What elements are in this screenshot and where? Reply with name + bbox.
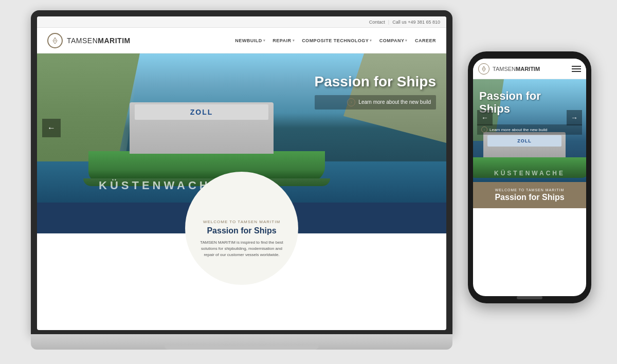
nav-label-newbuild: NEWBUILD	[235, 38, 262, 43]
phone-number: Call us +49 381 65 810	[392, 20, 440, 25]
phone-screen: TAMSENMARITIM	[473, 59, 586, 296]
logo-part1: TAMSEN	[67, 37, 98, 45]
nav-label-composite: COMPOSITE TECHNOLOGY	[302, 38, 369, 43]
phone-logo-part1: TAMSEN	[493, 66, 516, 72]
phone-nav-arrows: ← →	[473, 110, 586, 125]
chevron-icon: ▾	[263, 39, 266, 43]
hamburger-menu[interactable]	[572, 66, 581, 72]
phone-logo-part2: MARITIM	[516, 66, 540, 72]
phone-hero-line1: Passion for	[479, 89, 541, 102]
phone-cta-icon: ›	[481, 126, 487, 133]
phone-device: TAMSENMARITIM	[468, 51, 591, 303]
scene: Contact | Call us +49 381 65 810	[0, 0, 617, 364]
laptop-screen: Contact | Call us +49 381 65 810	[37, 16, 446, 330]
laptop-device: Contact | Call us +49 381 65 810	[31, 10, 452, 350]
logo-area: TAMSENMARITIM	[47, 33, 131, 48]
cta-label: Learn more about the new build	[358, 99, 431, 105]
logo-icon	[47, 33, 63, 48]
prev-arrow[interactable]: ←	[42, 119, 61, 137]
phone-welcome: WELCOME TO TAMSEN MARITIM Passion for Sh…	[473, 182, 586, 208]
nav-label-company: COMPANY	[379, 38, 405, 43]
welcome-section: WELCOME TO TAMSEN MARITIM Passion for Sh…	[37, 203, 446, 233]
laptop-bezel: Contact | Call us +49 381 65 810	[31, 10, 452, 334]
welcome-circle: WELCOME TO TAMSEN MARITIM Passion for Sh…	[185, 172, 298, 285]
left-arrow-icon: ←	[47, 123, 56, 133]
svg-point-1	[483, 68, 485, 69]
hero-cta-button[interactable]: › Learn more about the new build	[315, 95, 437, 110]
phone-kustentext: KÜSTENWACHE	[473, 170, 586, 177]
welcome-description: TAMSEN MARITIM is inspired to find the b…	[195, 240, 288, 258]
hamburger-line-1	[572, 66, 581, 67]
phone-logo-icon	[478, 63, 489, 75]
nav-label-repair: REPAIR	[273, 38, 291, 43]
laptop-body	[31, 334, 452, 350]
welcome-title: Passion for Ships	[207, 226, 276, 235]
phone-zoll-text: ZOLL	[517, 138, 532, 143]
zoll-label: ZOLL	[135, 104, 268, 120]
ship: ZOLL	[78, 89, 335, 182]
phone-hero: ZOLL KÜSTENWACHE Passion for Ships	[473, 79, 586, 182]
phone-home-button[interactable]	[517, 296, 542, 299]
phone-bezel: TAMSENMARITIM	[468, 51, 591, 303]
chevron-icon: ▾	[405, 39, 408, 43]
topbar-separator: |	[388, 20, 389, 25]
phone-next-arrow[interactable]: →	[567, 110, 582, 125]
hamburger-line-2	[572, 68, 581, 69]
hamburger-line-3	[572, 71, 581, 72]
cta-circle-icon: ›	[347, 98, 355, 106]
chevron-icon: ▾	[370, 39, 372, 43]
nav-item-career[interactable]: CAREER	[415, 38, 436, 43]
nav-item-newbuild[interactable]: NEWBUILD ▾	[235, 38, 265, 43]
chevron-icon: ▾	[293, 39, 295, 43]
phone-hero-cta[interactable]: › Learn more about the new build	[477, 124, 582, 135]
laptop-base	[165, 345, 319, 350]
svg-point-0	[54, 40, 56, 42]
nav-item-repair[interactable]: REPAIR ▾	[273, 38, 295, 43]
web-navbar: TAMSENMARITIM NEWBUILD ▾ REPAIR ▾	[37, 28, 446, 53]
logo-text: TAMSENMARITIM	[67, 37, 131, 45]
ship-superstructure: ZOLL	[130, 102, 274, 154]
logo-part2: MARITIM	[98, 37, 130, 45]
nav-item-composite[interactable]: COMPOSITE TECHNOLOGY ▾	[302, 38, 372, 43]
hero-text-block: Passion for Ships › Learn more about the…	[315, 74, 437, 110]
phone-welcome-title: Passion for Ships	[479, 193, 580, 202]
contact-link[interactable]: Contact	[369, 20, 385, 25]
hero-title: Passion for Ships	[315, 74, 437, 90]
phone-welcome-label: WELCOME TO TAMSEN MARITIM	[479, 188, 580, 192]
phone-navbar: TAMSENMARITIM	[473, 59, 586, 79]
nav-label-career: CAREER	[415, 38, 436, 43]
phone-cta-text: Learn more about the new build	[489, 128, 548, 132]
welcome-label: WELCOME TO TAMSEN MARITIM	[203, 220, 280, 224]
nav-items: NEWBUILD ▾ REPAIR ▾ COMPOSITE TECHNOLOGY…	[235, 38, 436, 43]
phone-prev-arrow[interactable]: ←	[477, 110, 493, 125]
web-topbar: Contact | Call us +49 381 65 810	[37, 16, 446, 28]
phone-logo-text: TAMSENMARITIM	[493, 66, 540, 72]
nav-item-company[interactable]: COMPANY ▾	[379, 38, 408, 43]
ship-hull	[88, 151, 325, 182]
phone-ship-windows: ZOLL	[487, 135, 561, 147]
phone-ship-superstructure: ZOLL	[483, 132, 566, 160]
